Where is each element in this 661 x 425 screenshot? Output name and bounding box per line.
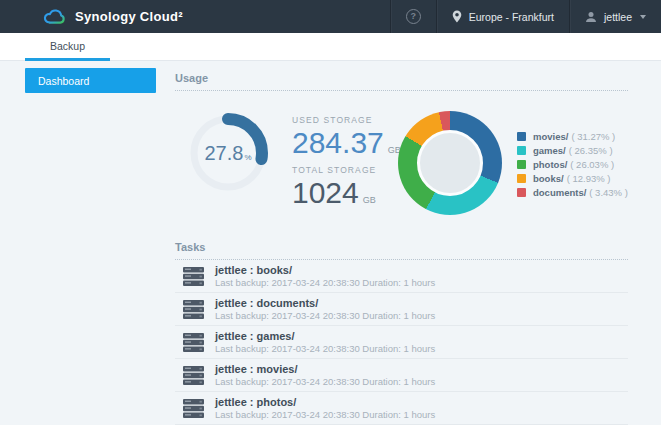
legend-swatch [517,174,526,183]
user-name: jettlee [604,11,632,23]
brand: Synology Cloud² [42,8,183,25]
server-icon [183,366,204,385]
location-pin-icon [452,10,462,23]
task-row[interactable]: jettlee : documents/ Last backup: 2017-0… [175,293,628,326]
legend-percent: ( 26.35% ) [569,145,613,156]
task-list: jettlee : books/ Last backup: 2017-03-24… [175,260,628,425]
region-selector[interactable]: Europe - Frankfurt [436,0,569,33]
sidebar-item-dashboard[interactable]: Dashboard [25,68,156,93]
legend-item: games/ ( 26.35% ) [517,143,628,157]
storage-pie-chart [398,111,502,215]
task-text: jettlee : books/ Last backup: 2017-03-24… [215,264,435,289]
server-icon [183,300,204,319]
server-icon [183,333,204,352]
total-storage-unit: GB [363,195,376,205]
legend-item: movies/ ( 31.27% ) [517,129,628,143]
help-button[interactable]: ? [390,0,436,33]
tabbar: Backup [0,33,661,61]
total-storage-label: TOTAL STORAGE [292,165,401,175]
gauge-label: 27.8 % [187,112,269,194]
gauge-percent-value: 27.8 [204,142,243,165]
legend-name: games/ [533,145,566,156]
chevron-down-icon [640,15,646,19]
task-title: jettlee : photos/ [215,396,435,408]
server-icon [183,399,204,418]
legend-swatch [517,188,526,197]
used-storage-label: USED STORAGE [292,115,401,125]
task-row[interactable]: jettlee : photos/ Last backup: 2017-03-2… [175,392,628,425]
task-title: jettlee : games/ [215,330,435,342]
task-subtitle: Last backup: 2017-03-24 20:38:30 Duratio… [215,277,435,289]
usage-gauge-chart: 27.8 % [187,112,269,194]
task-text: jettlee : documents/ Last backup: 2017-0… [215,297,435,322]
legend-item: books/ ( 12.93% ) [517,171,628,185]
total-storage-value: 1024 [292,177,359,209]
task-row[interactable]: jettlee : games/ Last backup: 2017-03-24… [175,326,628,359]
usage-area: 27.8 % USED STORAGE 284.37 GB TOTAL STOR… [175,91,628,224]
task-text: jettlee : games/ Last backup: 2017-03-24… [215,330,435,355]
legend-swatch [517,132,526,141]
user-menu[interactable]: jettlee [569,0,661,33]
legend-item: documents/ ( 3.43% ) [517,185,628,199]
tab-backup[interactable]: Backup [25,33,110,61]
user-icon [585,11,597,23]
topbar: Synology Cloud² ? Europe - Frankfurt jet… [0,0,661,33]
task-row[interactable]: jettlee : books/ Last backup: 2017-03-24… [175,260,628,293]
task-subtitle: Last backup: 2017-03-24 20:38:30 Duratio… [215,376,435,388]
task-subtitle: Last backup: 2017-03-24 20:38:30 Duratio… [215,409,435,421]
task-text: jettlee : photos/ Last backup: 2017-03-2… [215,396,435,421]
used-storage-value: 284.37 [292,127,384,159]
legend-percent: ( 12.93% ) [567,173,611,184]
task-title: jettlee : books/ [215,264,435,276]
gauge-percent-unit: % [244,153,251,162]
legend-name: photos/ [533,159,567,170]
pie-legend: movies/ ( 31.27% ) games/ ( 26.35% ) pho… [517,129,628,199]
legend-name: documents/ [533,187,586,198]
region-label: Europe - Frankfurt [469,11,554,23]
legend-swatch [517,160,526,169]
legend-name: movies/ [533,131,568,142]
app-title: Synology Cloud² [75,9,183,24]
usage-section-title: Usage [175,72,628,84]
cloud-logo-icon [42,8,66,25]
legend-name: books/ [533,173,564,184]
storage-summary: USED STORAGE 284.37 GB TOTAL STORAGE 102… [292,115,401,214]
tasks-section-title: Tasks [175,241,628,253]
pie-hole [417,130,483,196]
server-icon [183,267,204,286]
task-subtitle: Last backup: 2017-03-24 20:38:30 Duratio… [215,343,435,355]
task-subtitle: Last backup: 2017-03-24 20:38:30 Duratio… [215,310,435,322]
task-title: jettlee : movies/ [215,363,435,375]
topbar-right: ? Europe - Frankfurt jettlee [390,0,661,33]
task-row[interactable]: jettlee : movies/ Last backup: 2017-03-2… [175,359,628,392]
legend-percent: ( 31.27% ) [571,131,615,142]
task-title: jettlee : documents/ [215,297,435,309]
help-icon: ? [406,9,421,24]
app-window: Synology Cloud² ? Europe - Frankfurt jet… [0,0,661,425]
legend-percent: ( 3.43% ) [589,187,628,198]
legend-swatch [517,146,526,155]
content: Usage 27.8 % USED STORAGE 284.37 GB [175,61,628,425]
task-text: jettlee : movies/ Last backup: 2017-03-2… [215,363,435,388]
legend-percent: ( 26.03% ) [570,159,614,170]
legend-item: photos/ ( 26.03% ) [517,157,628,171]
